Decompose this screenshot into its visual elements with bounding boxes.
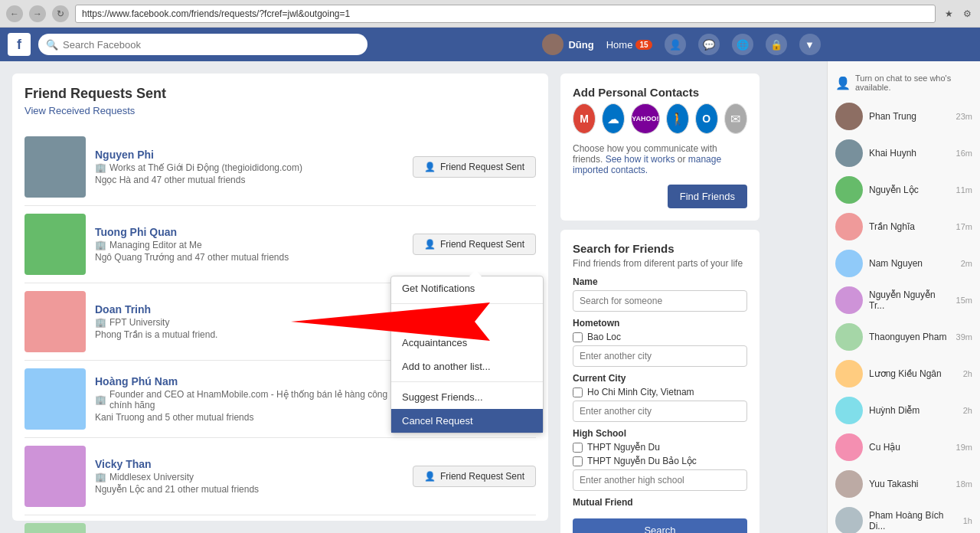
url-bar[interactable]: https://www.facebook.com/friends/request…	[75, 5, 936, 23]
hometown-checkbox-1[interactable]	[573, 332, 583, 342]
chat-item-9[interactable]: Huỳnh Diễm 2h	[828, 392, 980, 429]
chat-item-11[interactable]: Yuu Takashi 18m	[828, 466, 980, 502]
onedrive-icon[interactable]: ☁	[602, 103, 625, 134]
panel-title: Friend Requests Sent	[24, 86, 536, 102]
chat-name-7: Thaonguyen Pham	[869, 332, 950, 342]
current-city-input[interactable]	[573, 401, 747, 422]
right-panel: Add Personal Contacts M ☁ YAHOO! 🚶 O ✉ C…	[560, 74, 760, 521]
chat-name-12: Pham Hoàng Bích Di...	[869, 510, 957, 531]
globe-icon-btn[interactable]: 🌐	[732, 34, 753, 55]
dropdown-acquaintances[interactable]: Acquaintances	[391, 331, 543, 355]
person-name-1[interactable]: Nguyen Phi	[95, 149, 413, 161]
user-nav[interactable]: Dũng	[542, 34, 593, 55]
person-avatar-4	[24, 368, 86, 430]
outlook2-icon[interactable]: O	[695, 103, 718, 134]
chat-avatar-9	[835, 397, 863, 424]
hometown-city-input[interactable]	[573, 345, 747, 367]
chat-toggle-icon: 👤	[835, 76, 851, 90]
friend-sent-btn-2[interactable]: 👤 Friend Request Sent	[413, 234, 536, 255]
facebook-header: f 🔍 Dũng Home 15 👤 💬 🌐 🔒 ▼	[0, 28, 980, 61]
home-badge: 15	[635, 40, 652, 50]
find-friends-button[interactable]: Find Friends	[668, 185, 747, 208]
friend-sent-btn-1[interactable]: 👤 Friend Request Sent	[413, 156, 536, 178]
chat-item-3[interactable]: Nguyễn Lộc 11m	[828, 172, 980, 208]
work-icon-2: 🏢	[95, 240, 106, 250]
hs-input[interactable]	[573, 469, 747, 491]
person-name-4[interactable]: Hoàng Phú Nam	[95, 375, 413, 387]
dropdown-close-friends[interactable]: Close Friends	[391, 307, 543, 331]
person-icon: 👤	[424, 162, 436, 172]
messages-icon-btn[interactable]: 💬	[698, 34, 720, 55]
lock-icon-btn[interactable]: 🔒	[766, 34, 787, 55]
email-icon[interactable]: ✉	[724, 103, 747, 134]
turn-on-chat-banner: 👤 Turn on chat to see who's available.	[828, 67, 980, 98]
current-city-checkbox-row: Ho Chi Minh City, Vietnam	[573, 387, 747, 397]
work-icon-5: 🏢	[95, 472, 106, 482]
chat-name-5: Nam Nguyen	[869, 258, 955, 269]
person-action-1: 👤 Friend Request Sent	[413, 156, 536, 178]
search-icon: 🔍	[46, 39, 58, 51]
chat-avatar-8	[835, 360, 863, 387]
hometown-checkbox-label-1: Bao Loc	[587, 332, 621, 342]
friends-icon-btn[interactable]: 👤	[665, 34, 686, 55]
person-name-5[interactable]: Vicky Than	[95, 458, 413, 470]
back-button[interactable]: ←	[6, 5, 23, 22]
dropdown-get-notifications[interactable]: Get Notifications	[391, 276, 543, 300]
yahoo-icon[interactable]: YAHOO!	[631, 103, 659, 134]
chat-item-12[interactable]: Pham Hoàng Bích Di... 1h	[828, 502, 980, 533]
view-received-link[interactable]: View Received Requests	[24, 105, 536, 116]
dropdown-menu: Get Notifications Close Friends Acquaint…	[390, 276, 544, 433]
dropdown-cancel-request[interactable]: Cancel Request	[391, 409, 543, 433]
chat-item-4[interactable]: Trần Nghĩa 17m	[828, 208, 980, 245]
chat-item-6[interactable]: Nguyễn Nguyễn Tr... 15m	[828, 282, 980, 319]
search-input[interactable]	[63, 39, 360, 51]
dropdown-add-list[interactable]: Add to another list...	[391, 355, 543, 378]
chevron-down-icon[interactable]: ▼	[799, 34, 821, 55]
chat-time-10: 19m	[956, 443, 972, 452]
person-action-5: 👤 Friend Request Sent	[413, 466, 536, 487]
search-bar[interactable]: 🔍	[38, 34, 368, 55]
name-search-input[interactable]	[573, 290, 747, 312]
chat-item-5[interactable]: Nam Nguyen 2m	[828, 245, 980, 282]
chat-time-5: 2m	[961, 259, 972, 268]
person-name-2[interactable]: Tuong Phi Quan	[95, 226, 413, 238]
hs-checkbox-1[interactable]	[573, 443, 583, 453]
gmail-icon[interactable]: M	[573, 103, 596, 134]
hometown-label: Hometown	[573, 318, 747, 329]
home-nav-item[interactable]: Home 15	[606, 39, 652, 51]
hs-checkbox-label-2: THPT Nguyễn Du Bảo Lộc	[587, 456, 697, 466]
chat-avatar-2	[835, 139, 863, 167]
nav-center: Dũng Home 15 👤 💬 🌐 🔒 ▼	[390, 34, 972, 55]
person-action-2: 👤 Friend Request Sent	[413, 234, 536, 255]
outlook-icon[interactable]: 🚶	[666, 103, 689, 134]
chat-time-3: 11m	[956, 185, 972, 195]
chat-item-7[interactable]: Thaonguyen Pham 39m	[828, 319, 980, 355]
chat-name-8: Lương Kiều Ngân	[869, 368, 957, 379]
see-link[interactable]: See how it works	[606, 154, 675, 165]
chat-time-12: 1h	[963, 516, 972, 525]
current-city-checkbox-1[interactable]	[573, 387, 583, 397]
menu-icon[interactable]: ⚙	[960, 7, 974, 21]
chat-time-8: 2h	[963, 369, 972, 378]
person-info-1: Nguyen Phi 🏢 Works at Thế Giới Di Động (…	[95, 149, 413, 185]
chat-avatar-3	[835, 176, 863, 204]
chat-item-8[interactable]: Lương Kiều Ngân 2h	[828, 355, 980, 392]
extensions-icon[interactable]: ★	[942, 7, 956, 21]
person-mutual-1: Ngọc Hà and 47 other mutual friends	[95, 175, 413, 185]
current-city-checkbox-label-1: Ho Chi Minh City, Vietnam	[587, 387, 694, 397]
chat-item-10[interactable]: Cu Hậu 19m	[828, 429, 980, 466]
chat-name-11: Yuu Takashi	[869, 479, 950, 489]
sff-subtitle: Find friends from diferent parts of your…	[573, 258, 747, 269]
chat-item-1[interactable]: Phan Trung 23m	[828, 98, 980, 135]
chat-item-2[interactable]: Khai Huynh 16m	[828, 135, 980, 172]
friend-sent-btn-5[interactable]: 👤 Friend Request Sent	[413, 466, 536, 487]
forward-button[interactable]: →	[29, 5, 46, 22]
search-button[interactable]: Search	[573, 518, 747, 533]
hs-checkbox-2[interactable]	[573, 456, 583, 466]
refresh-button[interactable]: ↻	[52, 5, 69, 22]
friend-requests-panel: Friend Requests Sent View Received Reque…	[12, 74, 548, 521]
dropdown-suggest-friends[interactable]: Suggest Friends...	[391, 385, 543, 409]
chat-name-4: Trần Nghĩa	[869, 221, 950, 232]
search-for-friends-box: Search for Friends Find friends from dif…	[560, 230, 760, 533]
facebook-logo[interactable]: f	[8, 33, 31, 56]
